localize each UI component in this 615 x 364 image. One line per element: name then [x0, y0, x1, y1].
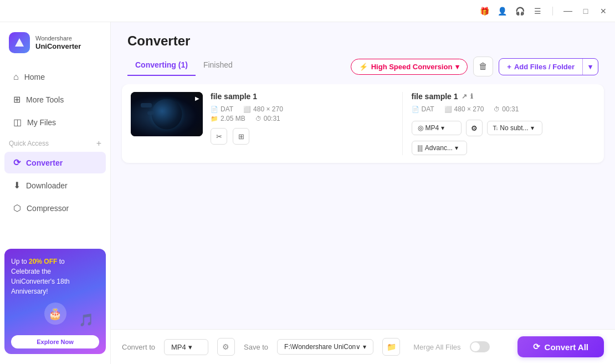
sidebar-item-my-files[interactable]: ◫ My Files: [4, 111, 106, 133]
output-file-name: file sample 1: [412, 92, 458, 101]
sidebar-item-more-tools[interactable]: ⊞ More Tools: [4, 89, 106, 110]
output-file-name-row: file sample 1 ↗ ℹ: [412, 92, 596, 101]
folder-browse-icon: 📁: [387, 342, 396, 351]
file-area: ▶ file sample 1 📄 DAT ⬜ 480: [111, 84, 615, 329]
advanced-bars-icon: |||: [418, 144, 423, 152]
add-files-label: Add Files / Folder: [514, 63, 575, 71]
svg-marker-0: [15, 38, 24, 47]
tabs: Converting (1) Finished: [127, 57, 240, 76]
headset-icon[interactable]: 🎧: [515, 6, 525, 16]
output-format-item: 📄 DAT: [412, 105, 434, 113]
bottom-format-value: MP4: [171, 343, 186, 351]
convert-to-label: Convert to: [122, 343, 155, 351]
main-content: Converter Converting (1) Finished ⚡ High…: [111, 22, 615, 364]
menu-icon[interactable]: ☰: [532, 6, 542, 16]
file-card: ▶ file sample 1 📄 DAT ⬜ 480: [122, 84, 604, 163]
add-files-button[interactable]: + Add Files / Folder ▾: [499, 58, 598, 75]
advanced-label: Advanc...: [425, 144, 453, 152]
source-duration-item: ⏱ 00:31: [255, 115, 280, 122]
close-button[interactable]: ✕: [598, 6, 608, 16]
conversion-settings-button[interactable]: ⚙: [466, 120, 483, 136]
output-resolution-icon: ⬜: [444, 106, 452, 113]
browse-folder-button[interactable]: 📁: [382, 338, 400, 356]
output-format-select[interactable]: ◎ MP4 ▾: [412, 121, 462, 135]
sidebar-item-downloader[interactable]: ⬇ Downloader: [4, 175, 106, 196]
quick-access-add-button[interactable]: +: [96, 139, 101, 148]
output-clock-icon: ⏱: [494, 106, 500, 112]
titlebar: 🎁 👤 🎧 ☰ — □ ✕: [0, 0, 615, 22]
advanced-arrow-icon: ▾: [455, 144, 458, 152]
tab-finished[interactable]: Finished: [196, 57, 240, 76]
output-resolution-item: ⬜ 480 × 270: [444, 105, 484, 113]
main-header: Converter Converting (1) Finished ⚡ High…: [111, 22, 615, 84]
tab-converting[interactable]: Converting (1): [127, 57, 196, 76]
bottom-format-arrow-icon: ▾: [188, 343, 192, 351]
bottom-bar: Convert to MP4 ▾ ⚙ Save to F:\Wondershar…: [111, 329, 615, 364]
ad-text: Up to 20% OFF to Celebrate the UniConver…: [11, 257, 99, 296]
cut-button[interactable]: ✂: [211, 128, 227, 145]
compressor-icon: ⬡: [13, 203, 21, 213]
sidebar-item-home[interactable]: ⌂ Home: [4, 66, 106, 88]
clock-icon: ⏱: [255, 115, 262, 122]
file-type-icon: 📄: [211, 106, 218, 113]
gift-icon[interactable]: 🎁: [479, 6, 489, 16]
sidebar-item-compressor[interactable]: ⬡ Compressor: [4, 197, 106, 219]
source-file-name: file sample 1: [211, 92, 394, 101]
output-duration-item: ⏱ 00:31: [494, 105, 519, 113]
merge-button[interactable]: ⊞: [233, 128, 249, 145]
bottom-format-select[interactable]: MP4 ▾: [164, 339, 208, 355]
explore-now-button[interactable]: Explore Now: [11, 335, 99, 348]
sidebar-nav: ⌂ Home ⊞ More Tools ◫ My Files Quick Acc…: [0, 63, 110, 244]
logo-text: Wondershare UniConverter: [35, 35, 81, 51]
logo-icon: [9, 32, 30, 53]
app-logo: Wondershare UniConverter: [0, 22, 110, 63]
home-icon: ⌂: [13, 72, 19, 82]
source-resolution-item: ⬜ 480 × 270: [243, 105, 283, 113]
sidebar-item-converter[interactable]: ⟳ Converter: [4, 152, 106, 173]
add-files-main[interactable]: + Add Files / Folder: [499, 59, 583, 75]
delete-button[interactable]: 🗑: [473, 57, 493, 76]
globe-graphic: [152, 99, 182, 130]
subtitle-label: No subt...: [500, 124, 528, 132]
conversion-controls: ◎ MP4 ▾ ⚙ Tᵢ No subt... ▾: [412, 120, 596, 155]
minimize-button[interactable]: —: [563, 6, 573, 16]
sidebar-item-my-files-label: My Files: [27, 118, 56, 127]
plus-icon: +: [507, 63, 511, 71]
sidebar-item-home-label: Home: [24, 73, 45, 81]
folder-icon: 📁: [211, 115, 218, 122]
maximize-button[interactable]: □: [581, 6, 591, 16]
lightning-icon: ⚡: [359, 63, 368, 71]
sidebar-item-downloader-label: Downloader: [26, 181, 68, 190]
converter-icon: ⟳: [13, 157, 20, 168]
sidebar-item-more-tools-label: More Tools: [26, 95, 64, 104]
play-icon: ▶: [195, 95, 199, 101]
add-files-dropdown-button[interactable]: ▾: [583, 59, 598, 75]
convert-all-label: Convert All: [545, 342, 588, 352]
output-format: DAT: [422, 105, 434, 113]
merge-all-files-toggle[interactable]: [470, 341, 490, 352]
quick-access-label: Quick Access: [9, 140, 49, 147]
user-icon[interactable]: 👤: [497, 6, 507, 16]
open-file-icon[interactable]: ↗: [462, 93, 467, 100]
output-duration: 00:31: [502, 105, 519, 113]
page-title: Converter: [127, 33, 598, 49]
advanced-select[interactable]: ||| Advanc... ▾: [412, 141, 467, 155]
delete-icon: 🗑: [479, 61, 488, 71]
save-to-label: Save to: [244, 343, 268, 351]
sidebar: Wondershare UniConverter ⌂ Home ⊞ More T…: [0, 22, 111, 364]
convert-all-button[interactable]: ⟳ Convert All: [517, 336, 604, 357]
save-path-value: F:\Wondershare UniCon∨: [284, 343, 361, 351]
sidebar-ad: Up to 20% OFF to Celebrate the UniConver…: [4, 249, 106, 354]
output-meta-row-1: 📄 DAT ⬜ 480 × 270 ⏱ 00:31: [412, 105, 596, 113]
subtitle-select[interactable]: Tᵢ No subt... ▾: [487, 121, 542, 135]
high-speed-conversion-button[interactable]: ⚡ High Speed Conversion ▾: [351, 59, 468, 75]
format-circle-icon: ◎: [418, 124, 423, 132]
bottom-settings-button[interactable]: ⚙: [217, 338, 235, 356]
tab-finished-label: Finished: [203, 60, 233, 69]
info-icon[interactable]: ℹ: [470, 93, 473, 100]
output-file-info: file sample 1 ↗ ℹ 📄 DAT ⬜ 480 × 270: [402, 92, 596, 155]
save-path-select[interactable]: F:\Wondershare UniCon∨ ▾: [277, 339, 373, 355]
add-files-chevron-icon: ▾: [588, 63, 592, 71]
quick-access: Quick Access +: [0, 134, 110, 151]
save-path-arrow-icon: ▾: [363, 343, 366, 351]
